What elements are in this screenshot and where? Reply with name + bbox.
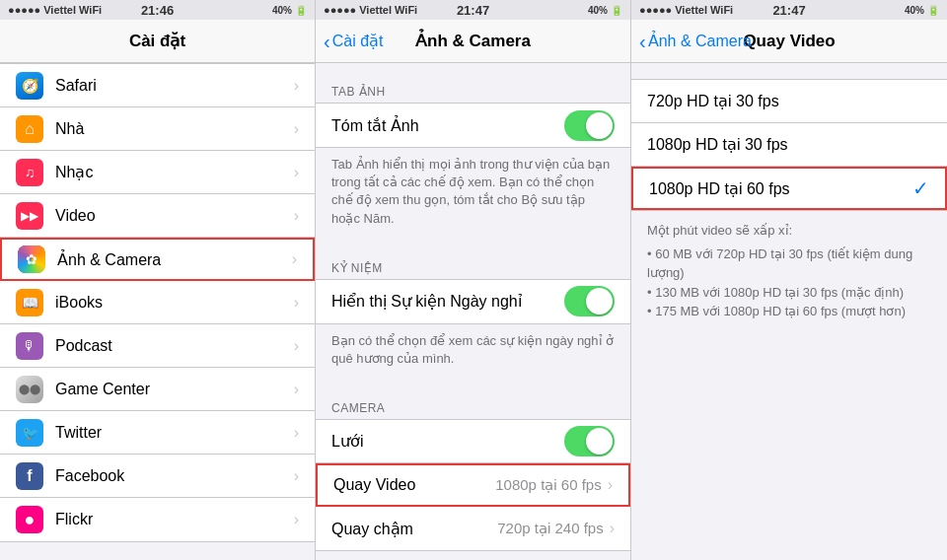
section-tab-anh: TAB ẢNH Tóm tắt Ảnh Tab Ảnh hiển thị mọi… [316, 79, 630, 240]
sidebar-item-music[interactable]: ♫ Nhạc › [0, 151, 315, 194]
status-bar-3: ●●●●● Viettel WiFi 21:47 40% 🔋 [631, 0, 947, 20]
twitter-icon: 🐦 [16, 419, 43, 447]
chevron-icon: › [294, 77, 299, 95]
video-info-box: Một phút video sẽ xấp xỉ: 60 MB với 720p… [631, 211, 947, 331]
hien-thi-label: Hiển thị Sự kiện Ngày nghỉ [331, 292, 564, 311]
carrier-2: ●●●●● Viettel WiFi [324, 4, 417, 16]
facebook-icon: f [16, 462, 43, 490]
facebook-label: Facebook [55, 467, 294, 485]
item-quay-video[interactable]: Quay Video 1080p tại 60 fps › [316, 463, 630, 507]
chevron-icon: › [294, 294, 299, 312]
wifi-icon-3: WiFi [710, 4, 733, 16]
chevron-icon: › [294, 381, 299, 398]
quay-cham-chevron: › [610, 520, 615, 537]
sidebar-item-home[interactable]: ⌂ Nhà › [0, 107, 315, 151]
video-label: Video [55, 207, 294, 225]
back-chevron-icon-3: ‹ [639, 32, 646, 51]
gamecenter-icon: ⬤⬤ [16, 376, 43, 403]
battery-3: 40% 🔋 [905, 5, 939, 16]
quay-video-label: Quay Video [333, 476, 495, 494]
hien-thi-toggle[interactable] [564, 286, 615, 316]
chevron-icon: › [294, 337, 299, 355]
section-header-tab: TAB ẢNH [316, 79, 630, 103]
tomtat-toggle[interactable] [564, 110, 615, 141]
home-icon: ⌂ [16, 115, 43, 143]
item-tomtat-anh[interactable]: Tóm tắt Ảnh [316, 104, 630, 147]
photos-icon: ✿ [18, 245, 45, 273]
ibooks-icon: 📖 [16, 289, 43, 316]
panel-settings-list: ●●●●● Viettel WiFi 21:46 40% 🔋 Cài đặt 🧭… [0, 0, 316, 560]
carrier-1: ●●●●● Viettel WiFi [8, 4, 102, 16]
nav-bar-3: ‹ Ảnh & Camera Quay Video [631, 20, 947, 63]
luoi-toggle[interactable] [564, 426, 615, 456]
signal-icon-2: ●●●●● [324, 4, 356, 16]
quay-video-scroll[interactable]: 720p HD tại 30 fps 1080p HD tại 30 fps 1… [631, 63, 947, 560]
camera-group: Lưới Quay Video 1080p tại 60 fps › Quay … [316, 419, 630, 551]
ky-niem-group: Hiển thị Sự kiện Ngày nghỉ [316, 279, 630, 324]
battery-icon: 🔋 [295, 5, 307, 16]
chevron-icon: › [294, 120, 299, 138]
item-luoi[interactable]: Lưới [316, 420, 630, 463]
panel-photos-camera: ●●●●● Viettel WiFi 21:47 40% 🔋 ‹ Cài đặt… [316, 0, 631, 560]
podcast-icon: 🎙 [16, 332, 43, 360]
checkmark-icon: ✓ [912, 176, 929, 200]
sidebar-item-video[interactable]: ▶▶ Video › [0, 194, 315, 238]
sidebar-item-facebook[interactable]: f Facebook › [0, 455, 315, 498]
status-bar-2: ●●●●● Viettel WiFi 21:47 40% 🔋 [316, 0, 630, 20]
sidebar-item-gamecenter[interactable]: ⬤⬤ Game Center › [0, 368, 315, 411]
home-label: Nhà [55, 120, 294, 138]
option-1080-60[interactable]: 1080p HD tại 60 fps ✓ [631, 167, 947, 210]
option-720-30[interactable]: 720p HD tại 30 fps [631, 80, 947, 123]
quay-cham-label: Quay chậm [331, 520, 497, 538]
wifi-icon-2: WiFi [395, 4, 417, 16]
sidebar-item-podcast[interactable]: 🎙 Podcast › [0, 324, 315, 368]
sidebar-item-flickr[interactable]: ● Flickr › [0, 498, 315, 541]
safari-label: Safari [55, 77, 294, 95]
music-icon: ♫ [16, 159, 43, 186]
option-1080-30-label: 1080p HD tại 30 fps [647, 135, 931, 154]
tomtat-label: Tóm tắt Ảnh [331, 116, 564, 135]
nav-title-1: Cài đặt [129, 31, 185, 51]
flickr-label: Flickr [55, 511, 294, 528]
signal-icon-3: ●●●●● [639, 4, 672, 16]
section-camera: CAMERA Lưới Quay Video 1080p tại 60 fps … [316, 395, 630, 551]
podcast-label: Podcast [55, 337, 294, 355]
section-ky-niem: KỶ NIỆM Hiển thị Sự kiện Ngày nghỉ Bạn c… [316, 255, 630, 380]
quay-video-chevron: › [608, 476, 613, 494]
flickr-icon: ● [16, 506, 43, 533]
video-options-group: 720p HD tại 30 fps 1080p HD tại 30 fps 1… [631, 79, 947, 211]
quay-cham-value: 720p tại 240 fps [497, 520, 603, 537]
status-bar-1: ●●●●● Viettel WiFi 21:46 40% 🔋 [0, 0, 315, 20]
option-1080-30[interactable]: 1080p HD tại 30 fps [631, 123, 947, 167]
tab-anh-group: Tóm tắt Ảnh [316, 103, 630, 148]
nav-title-2: Ảnh & Camera [415, 31, 531, 51]
settings-scroll-1[interactable]: 🧭 Safari › ⌂ Nhà › ♫ Nhạc › ▶▶ Video › [0, 63, 315, 560]
music-label: Nhạc [55, 163, 294, 181]
battery-2: 40% 🔋 [588, 5, 622, 16]
safari-icon: 🧭 [16, 72, 43, 100]
luoi-label: Lưới [331, 432, 564, 451]
wifi-icon: WiFi [79, 4, 102, 16]
sidebar-item-safari[interactable]: 🧭 Safari › [0, 64, 315, 107]
back-button-2[interactable]: ‹ Cài đặt [324, 32, 383, 51]
section-header-camera: CAMERA [316, 395, 630, 419]
item-hien-thi-su-kien[interactable]: Hiển thị Sự kiện Ngày nghỉ [316, 280, 630, 323]
back-button-3[interactable]: ‹ Ảnh & Camera [639, 32, 752, 51]
sidebar-item-twitter[interactable]: 🐦 Twitter › [0, 411, 315, 455]
option-720-30-label: 720p HD tại 30 fps [647, 92, 931, 110]
battery-1: 40% 🔋 [272, 5, 307, 16]
time-2: 21:47 [457, 3, 489, 18]
sidebar-item-photos[interactable]: ✿ Ảnh & Camera › [0, 238, 315, 281]
item-quay-cham[interactable]: Quay chậm 720p tại 240 fps › [316, 507, 630, 550]
battery-icon-3: 🔋 [927, 5, 939, 16]
time-3: 21:47 [772, 3, 805, 18]
nav-bar-1: Cài đặt [0, 20, 315, 63]
option-1080-60-label: 1080p HD tại 60 fps [649, 179, 912, 198]
chevron-icon: › [294, 424, 299, 442]
photos-camera-scroll[interactable]: TAB ẢNH Tóm tắt Ảnh Tab Ảnh hiển thị mọi… [316, 63, 630, 560]
chevron-icon: › [294, 207, 299, 225]
tab-anh-description: Tab Ảnh hiển thị mọi ảnh trong thư viện … [316, 148, 630, 240]
sidebar-item-ibooks[interactable]: 📖 iBooks › [0, 281, 315, 324]
time-1: 21:46 [141, 3, 174, 18]
section-header-kyniem: KỶ NIỆM [316, 255, 630, 279]
